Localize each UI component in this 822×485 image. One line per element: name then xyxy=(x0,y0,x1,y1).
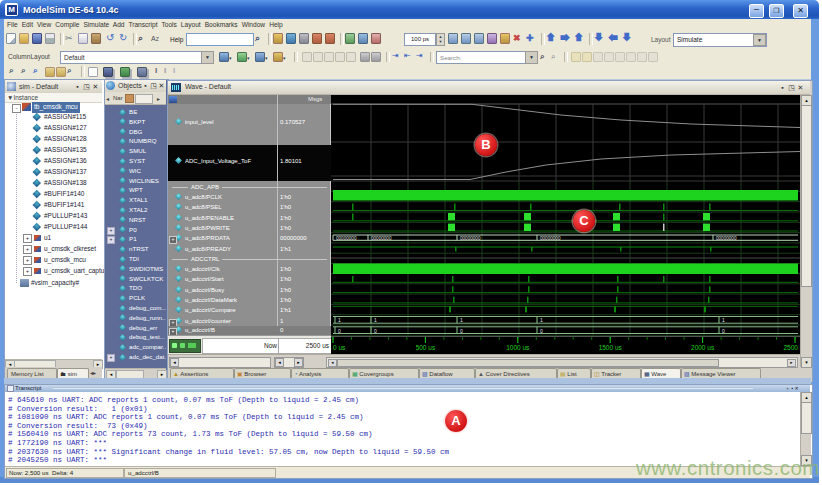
svg-text:00000000: 00000000 xyxy=(371,236,392,241)
svg-text:0: 0 xyxy=(722,328,725,334)
svg-text:00000000: 00000000 xyxy=(460,236,481,241)
svg-text:0 us: 0 us xyxy=(333,344,346,351)
svg-text:1500 us: 1500 us xyxy=(599,344,623,351)
svg-text:2000 us: 2000 us xyxy=(691,344,715,351)
svg-text:00000000: 00000000 xyxy=(336,236,357,241)
svg-text:0: 0 xyxy=(540,328,543,334)
svg-text:1000 us: 1000 us xyxy=(506,344,530,351)
svg-text:1: 1 xyxy=(338,317,341,323)
svg-text:1: 1 xyxy=(540,317,543,323)
svg-text:500 us: 500 us xyxy=(416,344,436,351)
svg-text:1: 1 xyxy=(460,317,463,323)
svg-text:0: 0 xyxy=(374,328,377,334)
svg-text:00000000: 00000000 xyxy=(540,236,561,241)
svg-text:0: 0 xyxy=(460,328,463,334)
svg-text:00000000: 00000000 xyxy=(716,236,737,241)
svg-text:2500 us: 2500 us xyxy=(783,344,800,351)
svg-text:0: 0 xyxy=(338,328,341,334)
svg-text:1: 1 xyxy=(722,317,725,323)
svg-text:1: 1 xyxy=(374,317,377,323)
